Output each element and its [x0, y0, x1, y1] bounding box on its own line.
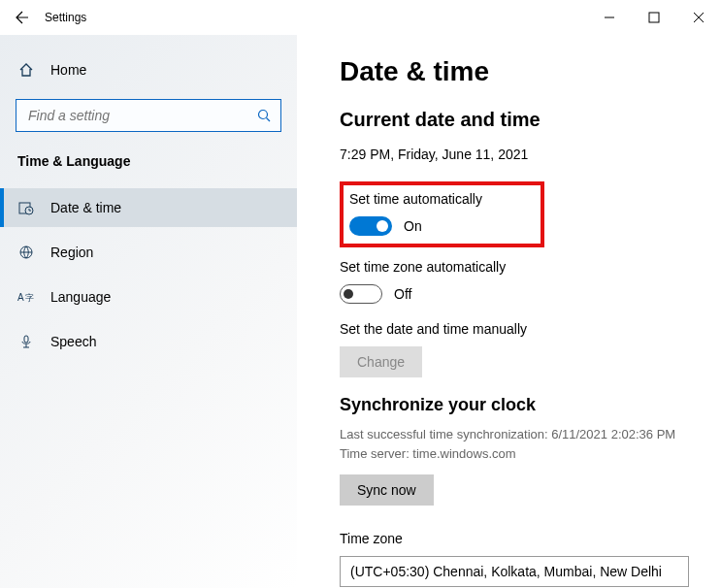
- set-time-auto-toggle[interactable]: [349, 216, 392, 236]
- set-time-auto-label: Set time automatically: [349, 191, 482, 207]
- sidebar-item-label: Speech: [50, 334, 96, 349]
- home-icon: [17, 61, 35, 79]
- search-box[interactable]: [16, 99, 281, 132]
- sidebar-item-date-time[interactable]: Date & time: [0, 188, 297, 227]
- back-arrow-icon: [15, 10, 30, 25]
- maximize-icon: [648, 12, 660, 23]
- sync-now-button[interactable]: Sync now: [340, 474, 434, 506]
- set-tz-auto-toggle[interactable]: [340, 284, 382, 304]
- language-icon: A字: [17, 288, 35, 306]
- timezone-value: (UTC+05:30) Chennai, Kolkata, Mumbai, Ne…: [350, 564, 662, 579]
- set-tz-auto-state: Off: [394, 286, 411, 302]
- home-label: Home: [50, 62, 86, 78]
- titlebar: Settings: [0, 0, 721, 35]
- sync-title: Synchronize your clock: [340, 395, 700, 415]
- minimize-icon: [604, 12, 615, 23]
- sidebar-item-label: Language: [50, 289, 111, 305]
- svg-rect-1: [649, 13, 659, 22]
- svg-line-3: [267, 118, 271, 122]
- sidebar-item-label: Region: [50, 245, 93, 260]
- sync-status: Last successful time synchronization: 6/…: [340, 425, 700, 463]
- search-icon: [257, 109, 271, 122]
- highlight-box: Set time automatically On: [340, 181, 544, 247]
- sidebar-item-region[interactable]: Region: [0, 233, 297, 272]
- sidebar-item-label: Date & time: [50, 200, 121, 215]
- current-datetime: 7:29 PM, Friday, June 11, 2021: [340, 147, 700, 162]
- globe-icon: [17, 244, 35, 261]
- svg-point-2: [259, 111, 268, 119]
- window-title: Settings: [45, 11, 86, 24]
- close-icon: [693, 12, 705, 23]
- content-pane: Date & time Current date and time 7:29 P…: [297, 35, 721, 588]
- sidebar: Home Time & Language Date & time Region …: [0, 35, 297, 588]
- back-button[interactable]: [0, 0, 45, 35]
- set-time-auto-state: On: [404, 218, 422, 234]
- sync-server: Time server: time.windows.com: [340, 444, 700, 464]
- microphone-icon: [17, 333, 35, 350]
- svg-rect-9: [24, 336, 28, 343]
- sync-last: Last successful time synchronization: 6/…: [340, 425, 700, 444]
- svg-text:A: A: [17, 292, 24, 303]
- sidebar-item-speech[interactable]: Speech: [0, 322, 297, 361]
- calendar-clock-icon: [17, 199, 35, 216]
- set-tz-auto-label: Set time zone automatically: [340, 259, 700, 275]
- section-current-title: Current date and time: [340, 109, 700, 131]
- search-input[interactable]: [26, 107, 257, 124]
- svg-text:字: 字: [25, 293, 34, 303]
- sidebar-item-language[interactable]: A字 Language: [0, 278, 297, 316]
- home-nav[interactable]: Home: [0, 50, 297, 89]
- manual-date-label: Set the date and time manually: [340, 321, 700, 337]
- timezone-select[interactable]: (UTC+05:30) Chennai, Kolkata, Mumbai, Ne…: [340, 556, 689, 587]
- maximize-button[interactable]: [632, 0, 676, 35]
- minimize-button[interactable]: [587, 0, 632, 35]
- change-button: Change: [340, 346, 422, 377]
- close-button[interactable]: [676, 0, 721, 35]
- sidebar-category: Time & Language: [0, 146, 297, 188]
- timezone-label: Time zone: [340, 531, 700, 546]
- window-controls: [587, 0, 721, 35]
- page-title: Date & time: [340, 56, 700, 87]
